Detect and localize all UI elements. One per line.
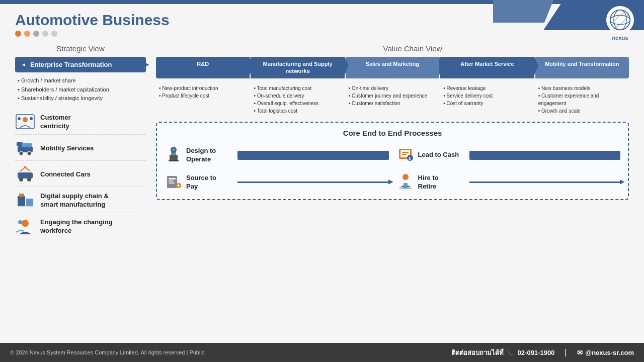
tab-mobility[interactable]: Mobility and Transformation <box>535 57 629 78</box>
bullets-mobility: New business models Customer experience … <box>535 82 629 117</box>
strategic-bullets: Growth / market share Shareholders / mar… <box>15 76 146 103</box>
svg-point-6 <box>18 117 21 120</box>
dot-4 <box>42 31 48 37</box>
connected-cars-label: Connected Cars <box>40 170 91 179</box>
source-pay-bar: ▶ <box>237 182 389 183</box>
tab-manufacturing[interactable]: Manufacturing and Supply networks <box>251 57 344 78</box>
hire-retire-bar: ▶ <box>469 182 621 183</box>
email-contact: ✉ @nexus-sr.com <box>577 349 634 356</box>
sales-bullet-1: On-time delivery <box>349 84 436 92</box>
source-to-pay-icon <box>165 172 182 193</box>
svg-rect-36 <box>169 180 174 182</box>
dot-1 <box>15 31 21 37</box>
svg-point-41 <box>403 174 409 180</box>
source-to-pay-label: Source toPay <box>186 174 216 191</box>
am-bullet-1: Revenue leakage <box>443 84 531 92</box>
svg-point-10 <box>19 151 23 155</box>
svg-point-21 <box>22 220 29 227</box>
svg-rect-31 <box>402 154 407 155</box>
am-bullet-2: Service delivery cost <box>443 92 531 100</box>
logo-name: nexus <box>606 35 634 41</box>
bullets-sales: On-time delivery Customer journey and ex… <box>346 82 439 117</box>
svg-point-26 <box>172 148 175 151</box>
svg-rect-23 <box>170 155 178 161</box>
phone-number: 02-091-1900 <box>518 349 555 356</box>
mobility-services-icon <box>15 140 35 157</box>
mob-bullet-3: Growth and scale <box>538 107 626 115</box>
nexus-logo-svg <box>609 9 631 31</box>
mfg-bullet-2: On-schedule delivery <box>254 92 341 100</box>
value-chain-column: Value Chain View R&D Manufacturing and S… <box>156 44 629 338</box>
svg-rect-18 <box>26 199 33 206</box>
bottom-bar: © 2024 Nexus System Resources Company Li… <box>0 343 644 362</box>
tab-sales[interactable]: Sales and Marketing <box>346 57 439 78</box>
engaging-workforce-label: Engaging the changingworkforce <box>40 218 113 235</box>
bullet-growth: Growth / market share <box>18 76 146 85</box>
process-row-1: Design toOperate <box>165 145 620 166</box>
svg-point-16 <box>24 166 26 168</box>
at-icon: ✉ <box>577 349 583 356</box>
capability-customer-centricity: Customercentricity <box>15 111 146 135</box>
process-rows: Design toOperate <box>165 145 620 193</box>
columns-wrapper: Strategic View Enterprise Transformation… <box>15 44 629 338</box>
sales-bullet-3: Customer satisfaction <box>349 100 436 107</box>
dot-5 <box>51 31 57 37</box>
mfg-bullet-4: Total logistics cost <box>254 107 341 115</box>
design-to-operate-label: Design toOperate <box>186 147 216 164</box>
email-address: @nexus-sr.com <box>586 349 634 356</box>
dot-2 <box>24 31 30 37</box>
enterprise-transformation-button[interactable]: Enterprise Transformation <box>15 57 146 72</box>
design-operate-bar <box>237 151 389 160</box>
divider: | <box>565 348 567 357</box>
svg-point-7 <box>30 117 33 120</box>
main-content: Automotive Business Strategic View Enter… <box>0 4 644 343</box>
svg-point-15 <box>27 177 31 182</box>
core-processes-title: Core End to End Processes <box>165 129 620 137</box>
am-bullet-3: Cost of warranty <box>443 100 531 107</box>
svg-point-1 <box>614 10 626 30</box>
rd-bullet-1: New-product introduction <box>159 84 247 92</box>
logo-circle <box>606 6 634 34</box>
svg-rect-13 <box>18 172 33 178</box>
dot-3 <box>33 31 39 37</box>
strategic-view-column: Strategic View Enterprise Transformation… <box>15 44 146 338</box>
bullets-rd: New-product introduction Product lifecyc… <box>156 82 250 117</box>
bullets-after-market: Revenue leakage Service delivery cost Co… <box>440 82 534 117</box>
bullets-manufacturing: Total manufacturing cost On-schedule del… <box>251 82 344 117</box>
phone-icon: 📞 <box>507 349 515 356</box>
svg-point-22 <box>18 220 22 224</box>
value-chain-header: Value Chain View <box>196 44 629 53</box>
svg-text:$: $ <box>409 156 411 161</box>
sales-bullet-2: Customer journey and experience <box>349 92 436 100</box>
lead-to-cash-label: Lead to Cash <box>418 151 459 159</box>
mobility-services-label: Mobility Services <box>40 144 94 153</box>
design-to-operate-icon <box>165 145 182 166</box>
hire-to-retire-label: Hire toRetire <box>418 174 439 191</box>
connected-cars-icon <box>15 166 35 184</box>
lead-cash-bar <box>469 151 621 160</box>
svg-rect-34 <box>167 176 177 188</box>
page-title: Automotive Business <box>15 12 629 29</box>
svg-rect-37 <box>169 183 175 184</box>
svg-point-14 <box>19 177 23 182</box>
tab-rd[interactable]: R&D <box>156 57 250 78</box>
hire-to-retire: Hire toRetire <box>396 172 462 193</box>
strategic-view-header: Strategic View <box>15 44 146 53</box>
capability-mobility-services: Mobility Services <box>15 137 146 161</box>
svg-rect-42 <box>404 183 408 188</box>
copyright-text: © 2024 Nexus System Resources Company Li… <box>10 349 204 355</box>
dots-row <box>15 31 629 37</box>
bullet-shareholders: Shareholders / market capitalization <box>18 85 146 95</box>
digital-supply-label: Digital supply chain &smart manufacturin… <box>40 192 109 209</box>
capability-digital-supply: Digital supply chain &smart manufacturin… <box>15 189 146 213</box>
mfg-bullet-1: Total manufacturing cost <box>254 84 341 92</box>
tab-after-market[interactable]: After Market Service <box>440 57 534 78</box>
rd-bullet-2: Product lifecycle cost <box>159 92 247 100</box>
contact-label: ติดต่อสอบถามได้ที่ 📞 02-091-1900 <box>451 347 555 358</box>
svg-rect-35 <box>169 178 176 179</box>
svg-rect-17 <box>18 196 25 206</box>
svg-rect-12 <box>22 143 32 147</box>
customer-centricity-label: Customercentricity <box>40 114 71 131</box>
mob-bullet-1: New business models <box>538 84 626 92</box>
svg-rect-30 <box>402 152 409 153</box>
